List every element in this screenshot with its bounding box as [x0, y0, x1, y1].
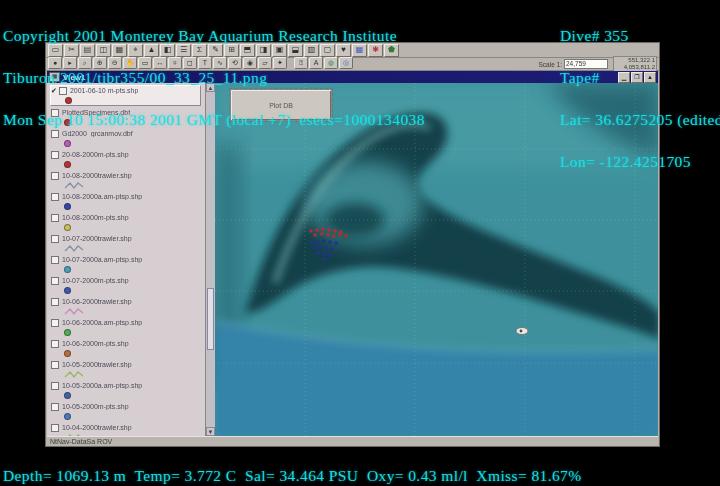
track-dot — [344, 234, 348, 238]
layer-name: 10-05-2000m-pts.shp — [62, 403, 129, 410]
layer-symbol — [50, 411, 205, 421]
overlay-telemetry-line: Depth= 1069.13 m Temp= 3.772 C Sal= 34.4… — [3, 469, 582, 483]
track-dot — [316, 240, 320, 244]
track-dot — [330, 247, 334, 251]
track-dot — [326, 233, 330, 237]
layer-symbol — [50, 222, 205, 232]
layer-name: 10-08-2000m-pts.shp — [62, 214, 129, 221]
overlay-top-left: Copyright 2001 Monterey Bay Aquarium Res… — [3, 1, 425, 141]
layer-checkbox[interactable] — [51, 172, 59, 180]
layer-symbol — [50, 327, 205, 337]
track-dot — [321, 227, 325, 231]
scroll-down-icon[interactable]: ▼ — [206, 427, 215, 436]
layer-symbol — [50, 243, 205, 253]
track-dot — [322, 239, 326, 243]
track-dot — [318, 245, 322, 249]
track-dot — [316, 251, 320, 255]
layer-name: 10-07-2000a.am-ptsp.shp — [62, 256, 142, 263]
track-dot — [312, 246, 316, 250]
track-dot — [327, 228, 331, 232]
legend-item[interactable]: 10-07-2000trawler.shp — [50, 234, 205, 253]
legend-item[interactable]: 10-06-2000m-pts.shp — [50, 339, 205, 358]
track-dot — [309, 229, 313, 233]
layer-name: 10-04-2000trawler.shp — [62, 424, 132, 431]
layer-name: 10-05-2000trawler.shp — [62, 361, 132, 368]
overlay-dive-number: Dive# 355 — [560, 29, 720, 43]
legend-item[interactable]: 20-08-2000m-pts.shp — [50, 150, 205, 169]
track-dot — [313, 233, 317, 237]
layer-checkbox[interactable] — [51, 151, 59, 159]
layer-symbol — [50, 306, 205, 316]
layer-checkbox[interactable] — [51, 298, 59, 306]
layer-checkbox[interactable] — [51, 403, 59, 411]
track-dot — [338, 233, 342, 237]
legend-item[interactable]: 10-05-2000trawler.shp — [50, 360, 205, 379]
overlay-filepath: Tiburon/2001/tibr355/00_33_25_11.png — [3, 71, 425, 85]
layer-symbol — [50, 201, 205, 211]
vehicle-marker-icon — [516, 328, 528, 335]
track-dot — [320, 232, 324, 236]
status-bar: NtNav-DataSa ROV — [47, 436, 658, 446]
track-dot — [324, 246, 328, 250]
overlay-top-right: Dive# 355 Tape# Lat= 36.6275205 (edited)… — [560, 1, 720, 183]
layer-symbol — [50, 390, 205, 400]
track-dot — [315, 228, 319, 232]
layer-name: 10-08-2000a.am-ptsp.shp — [62, 193, 142, 200]
overlay-longitude: Lon= -122.4251705 — [560, 155, 720, 169]
track-dot — [328, 253, 332, 257]
layer-name: 10-06-2000trawler.shp — [62, 298, 132, 305]
track-dot — [310, 241, 314, 245]
scrollbar-thumb[interactable] — [207, 288, 214, 350]
overlay-latitude: Lat= 36.6275205 (edited) — [560, 113, 720, 127]
scale-label: Scale 1: — [539, 61, 563, 68]
legend-item[interactable]: 10-06-2000trawler.shp — [50, 297, 205, 316]
layer-checkbox[interactable] — [51, 424, 59, 432]
track-dot — [323, 257, 327, 261]
layer-checkbox[interactable] — [51, 193, 59, 201]
layer-symbol — [50, 369, 205, 379]
legend-item[interactable]: 10-06-2000a.am-ptsp.shp — [50, 318, 205, 337]
track-dot — [332, 234, 336, 238]
layer-name: 10-06-2000m-pts.shp — [62, 340, 129, 347]
layer-checkbox[interactable] — [51, 256, 59, 264]
layer-name: 10-08-2000trawler.shp — [62, 172, 132, 179]
layer-checkbox[interactable] — [51, 340, 59, 348]
layer-symbol — [50, 285, 205, 295]
layer-symbol — [50, 264, 205, 274]
layer-checkbox[interactable] — [51, 382, 59, 390]
layer-symbol — [50, 348, 205, 358]
legend-item[interactable]: 10-08-2000a.am-ptsp.shp — [50, 192, 205, 211]
layer-name: 10-05-2000a.am-ptsp.shp — [62, 382, 142, 389]
layer-symbol — [50, 159, 205, 169]
track-dot — [328, 240, 332, 244]
layer-name: 10-07-2000m-pts.shp — [62, 277, 129, 284]
legend-item[interactable]: 10-05-2000a.am-ptsp.shp — [50, 381, 205, 400]
legend-item[interactable]: 10-08-2000m-pts.shp — [50, 213, 205, 232]
legend-item[interactable]: 10-07-2000a.am-ptsp.shp — [50, 255, 205, 274]
layer-checkbox[interactable] — [51, 319, 59, 327]
layer-checkbox[interactable] — [51, 277, 59, 285]
legend-item[interactable]: 10-07-2000m-pts.shp — [50, 276, 205, 295]
track-dot — [333, 229, 337, 233]
layer-symbol — [50, 180, 205, 190]
layer-name: 20-08-2000m-pts.shp — [62, 151, 129, 158]
track-dot — [322, 252, 326, 256]
layer-name: 10-07-2000trawler.shp — [62, 235, 132, 242]
layer-checkbox[interactable] — [51, 361, 59, 369]
overlay-timestamp: Mon Sep 10 15:00:38 2001 GMT (local +7) … — [3, 113, 425, 127]
layer-checkbox[interactable] — [51, 235, 59, 243]
legend-item[interactable]: 10-05-2000m-pts.shp — [50, 402, 205, 421]
overlay-copyright: Copyright 2001 Monterey Bay Aquarium Res… — [3, 29, 425, 43]
layer-name: 10-06-2000a.am-ptsp.shp — [62, 319, 142, 326]
legend-item[interactable]: 10-08-2000trawler.shp — [50, 171, 205, 190]
overlay-tape-number: Tape# — [560, 71, 720, 85]
legend-item[interactable]: 10-04-2000trawler.shp — [50, 423, 205, 436]
track-dot — [334, 241, 338, 245]
layer-checkbox[interactable] — [51, 214, 59, 222]
